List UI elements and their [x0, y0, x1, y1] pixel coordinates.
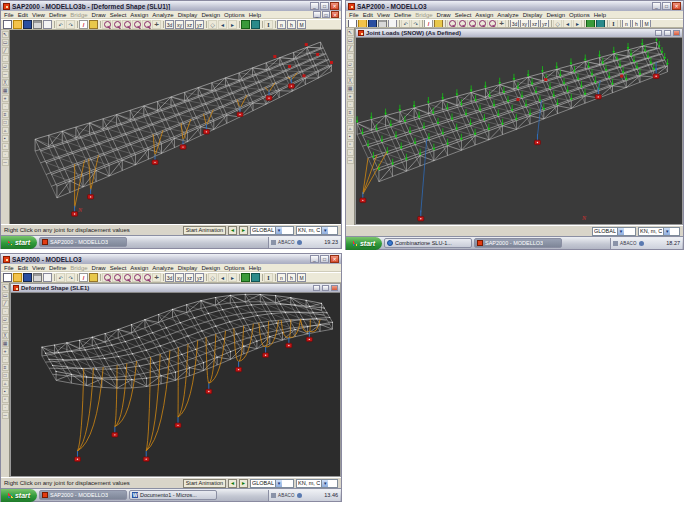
zoom-in-icon[interactable]: [112, 273, 121, 282]
assign-joint-icon[interactable]: ·: [2, 404, 9, 411]
select-all-icon[interactable]: □: [2, 372, 9, 379]
child-minimize-button[interactable]: [313, 285, 320, 291]
coord-system-select[interactable]: GLOBAL▼: [250, 226, 294, 235]
zoom-in-icon[interactable]: [112, 20, 121, 29]
snap-midpoints-icon[interactable]: ·: [2, 356, 9, 363]
menu-item-analyze[interactable]: Analyze: [497, 12, 518, 18]
clear-selection-icon[interactable]: ▪: [2, 388, 9, 395]
animation-next-icon[interactable]: ►: [239, 479, 248, 488]
child-close-button[interactable]: [331, 285, 338, 291]
start-animation-button[interactable]: Start Animation: [183, 226, 226, 235]
open-file-icon[interactable]: [13, 20, 22, 29]
select-all-icon[interactable]: □: [2, 119, 9, 126]
menu-item-options[interactable]: Options: [569, 12, 590, 18]
restore-full-view-icon[interactable]: [447, 19, 456, 28]
menu-item-analyze[interactable]: Analyze: [152, 265, 173, 271]
open-file-icon[interactable]: [13, 273, 22, 282]
title-bar[interactable]: SAP2000 - MODELLO3b - [Deformed Shape (S…: [1, 1, 341, 11]
perspective-toggle-icon[interactable]: ◇: [208, 273, 217, 282]
menu-item-draw[interactable]: Draw: [437, 12, 451, 18]
menu-item-select[interactable]: Select: [455, 12, 472, 18]
units-select[interactable]: KN, m, C▼: [638, 227, 680, 236]
print-preview-icon[interactable]: [43, 20, 52, 29]
start-animation-button[interactable]: Start Animation: [183, 479, 226, 488]
menu-item-define[interactable]: Define: [394, 12, 411, 18]
menu-item-view[interactable]: View: [377, 12, 390, 18]
taskbar-task[interactable]: SAP2000 - MODELLO3: [474, 238, 562, 248]
view-xz-icon[interactable]: xz: [185, 273, 194, 282]
menu-item-select[interactable]: Select: [110, 12, 127, 18]
get-previous-selection-icon[interactable]: ▵: [2, 127, 9, 134]
draw-quad-icon[interactable]: ▱: [2, 316, 9, 323]
pointer-tool-icon[interactable]: ↖: [2, 31, 9, 38]
menu-item-assign[interactable]: Assign: [130, 265, 148, 271]
quick-draw-frame-icon[interactable]: ─: [2, 324, 9, 331]
menu-item-options[interactable]: Options: [224, 12, 245, 18]
pan-icon[interactable]: +: [152, 20, 161, 29]
object-options-icon[interactable]: [241, 20, 250, 29]
object-options-icon[interactable]: [241, 273, 250, 282]
move-right-icon[interactable]: ►: [573, 19, 582, 28]
quick-draw-area-icon[interactable]: ▦: [347, 85, 354, 92]
lock-model-icon[interactable]: [89, 273, 98, 282]
title-bar[interactable]: SAP2000 - MODELLO3 _ □ ✕: [346, 1, 683, 11]
lock-model-icon[interactable]: [434, 19, 443, 28]
previous-zoom-icon[interactable]: [142, 20, 151, 29]
print-preview-icon[interactable]: [388, 19, 397, 28]
draw-joint-icon[interactable]: ·: [347, 53, 354, 60]
quick-draw-brace-icon[interactable]: ╳: [347, 77, 354, 84]
menu-item-design[interactable]: Design: [546, 12, 565, 18]
minimize-button[interactable]: _: [652, 2, 661, 10]
start-button[interactable]: start: [1, 236, 37, 249]
select-all-icon[interactable]: □: [347, 117, 354, 124]
save-icon[interactable]: [23, 273, 32, 282]
snap-joints-icon[interactable]: +: [2, 348, 9, 355]
child-maximize-button[interactable]: [664, 30, 671, 36]
draw-joint-icon[interactable]: ·: [2, 55, 9, 62]
redo-icon[interactable]: ↷: [66, 273, 75, 282]
tray-icon[interactable]: [297, 493, 302, 498]
menu-item-file[interactable]: File: [4, 12, 14, 18]
refresh-window-icon[interactable]: /: [79, 20, 88, 29]
show-undeformed-icon[interactable]: n: [277, 20, 286, 29]
restore-button[interactable]: □: [320, 255, 329, 263]
view-yz-icon[interactable]: yz: [195, 20, 204, 29]
open-file-icon[interactable]: [358, 19, 367, 28]
view-yz-icon[interactable]: yz: [195, 273, 204, 282]
set-elements-icon[interactable]: ▫: [2, 143, 9, 150]
snap-intersections-icon[interactable]: ≡: [2, 111, 9, 118]
draw-joint-icon[interactable]: ·: [2, 308, 9, 315]
menu-item-file[interactable]: File: [4, 265, 14, 271]
snap-joints-icon[interactable]: +: [347, 93, 354, 100]
tray-icon[interactable]: [613, 241, 618, 246]
previous-zoom-icon[interactable]: [142, 273, 151, 282]
child-close-button[interactable]: [673, 30, 680, 36]
zoom-window-icon[interactable]: [132, 273, 141, 282]
perspective-toggle-icon[interactable]: ◇: [208, 20, 217, 29]
pointer-tool-icon[interactable]: ↖: [2, 284, 9, 291]
view-xz-icon[interactable]: xz: [185, 20, 194, 29]
move-left-icon[interactable]: ◄: [218, 20, 227, 29]
display-options-icon[interactable]: [596, 19, 605, 28]
view-xz-icon[interactable]: xz: [530, 19, 539, 28]
menu-item-edit[interactable]: Edit: [18, 12, 28, 18]
print-icon[interactable]: [33, 273, 42, 282]
quick-draw-area-icon[interactable]: ▦: [2, 87, 9, 94]
menu-item-analyze[interactable]: Analyze: [152, 12, 173, 18]
minimize-button[interactable]: _: [310, 2, 319, 10]
mdi-minimize-button[interactable]: _: [313, 11, 321, 18]
close-button[interactable]: ✕: [330, 2, 339, 10]
snap-midpoints-icon[interactable]: ·: [2, 103, 9, 110]
show-deformed-icon[interactable]: h: [287, 20, 296, 29]
mdi-restore-button[interactable]: □: [322, 11, 330, 18]
select-window-icon[interactable]: ▭: [347, 37, 354, 44]
show-deformed-icon[interactable]: h: [632, 19, 641, 28]
menu-item-options[interactable]: Options: [224, 265, 245, 271]
frame-section-icon[interactable]: I: [264, 273, 273, 282]
taskbar-task[interactable]: SAP2000 - MODELLO3: [39, 490, 127, 500]
tray-icon[interactable]: [271, 240, 276, 245]
restore-button[interactable]: □: [662, 2, 671, 10]
move-right-icon[interactable]: ►: [228, 273, 237, 282]
view-xy-icon[interactable]: xy: [175, 273, 184, 282]
taskbar-task[interactable]: Combinazione SLU-1...: [384, 238, 472, 248]
